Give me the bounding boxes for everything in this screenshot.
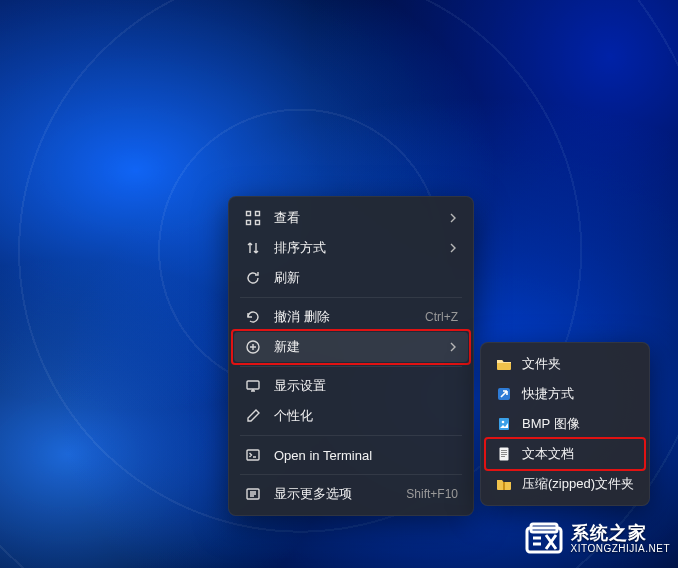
new-submenu: 文件夹 快捷方式 BMP 图像 文本文档 压缩(zipped)文件夹 [480, 342, 650, 506]
menu-item-label: 查看 [274, 209, 442, 227]
chevron-right-icon [448, 241, 458, 256]
submenu-item-label: 快捷方式 [522, 385, 634, 403]
new-icon [244, 338, 262, 356]
sort-icon [244, 239, 262, 257]
svg-rect-6 [247, 450, 259, 460]
menu-item-display-settings[interactable]: 显示设置 [234, 371, 468, 401]
menu-item-label: 排序方式 [274, 239, 442, 257]
watermark-title: 系统之家 [571, 524, 671, 544]
menu-item-show-more-options[interactable]: 显示更多选项 Shift+F10 [234, 479, 468, 509]
terminal-icon [244, 446, 262, 464]
menu-item-label: 显示更多选项 [274, 485, 406, 503]
zip-icon [496, 476, 512, 492]
menu-item-label: 个性化 [274, 407, 458, 425]
submenu-item-zip-folder[interactable]: 压缩(zipped)文件夹 [486, 469, 644, 499]
refresh-icon [244, 269, 262, 287]
svg-point-10 [502, 421, 505, 424]
menu-item-new[interactable]: 新建 [234, 332, 468, 362]
submenu-item-folder[interactable]: 文件夹 [486, 349, 644, 379]
folder-icon [496, 356, 512, 372]
menu-item-label: 撤消 删除 [274, 308, 425, 326]
chevron-right-icon [448, 340, 458, 355]
submenu-item-label: 文本文档 [522, 445, 634, 463]
svg-rect-1 [256, 212, 260, 216]
text-icon [496, 446, 512, 462]
menu-separator [240, 435, 462, 436]
svg-rect-5 [247, 381, 259, 389]
desktop-context-menu: 查看 排序方式 刷新 撤消 删除 Ctrl [228, 196, 474, 516]
menu-item-label: Open in Terminal [274, 448, 458, 463]
menu-item-refresh[interactable]: 刷新 [234, 263, 468, 293]
menu-item-open-in-terminal[interactable]: Open in Terminal [234, 440, 468, 470]
menu-item-label: 刷新 [274, 269, 458, 287]
svg-rect-12 [503, 482, 505, 490]
menu-item-personalize[interactable]: 个性化 [234, 401, 468, 431]
view-icon [244, 209, 262, 227]
shortcut-icon [496, 386, 512, 402]
display-icon [244, 377, 262, 395]
more-icon [244, 485, 262, 503]
submenu-item-label: 压缩(zipped)文件夹 [522, 475, 634, 493]
menu-item-undo-delete[interactable]: 撤消 删除 Ctrl+Z [234, 302, 468, 332]
menu-item-view[interactable]: 查看 [234, 203, 468, 233]
menu-item-label: 新建 [274, 338, 442, 356]
menu-item-label: 显示设置 [274, 377, 458, 395]
menu-item-shortcut: Shift+F10 [406, 487, 458, 501]
svg-rect-2 [247, 221, 251, 225]
undo-icon [244, 308, 262, 326]
submenu-item-shortcut[interactable]: 快捷方式 [486, 379, 644, 409]
menu-item-sort[interactable]: 排序方式 [234, 233, 468, 263]
submenu-item-label: 文件夹 [522, 355, 634, 373]
bmp-icon [496, 416, 512, 432]
menu-separator [240, 474, 462, 475]
personalize-icon [244, 407, 262, 425]
submenu-item-label: BMP 图像 [522, 415, 634, 433]
svg-rect-0 [247, 212, 251, 216]
chevron-right-icon [448, 211, 458, 226]
submenu-item-bmp[interactable]: BMP 图像 [486, 409, 644, 439]
menu-item-shortcut: Ctrl+Z [425, 310, 458, 324]
menu-separator [240, 297, 462, 298]
watermark: 系统之家 XITONGZHIJIA.NET [523, 518, 671, 560]
menu-separator [240, 366, 462, 367]
svg-rect-3 [256, 221, 260, 225]
submenu-item-text-document[interactable]: 文本文档 [486, 439, 644, 469]
watermark-logo-icon [523, 518, 565, 560]
watermark-url: XITONGZHIJIA.NET [571, 543, 671, 554]
